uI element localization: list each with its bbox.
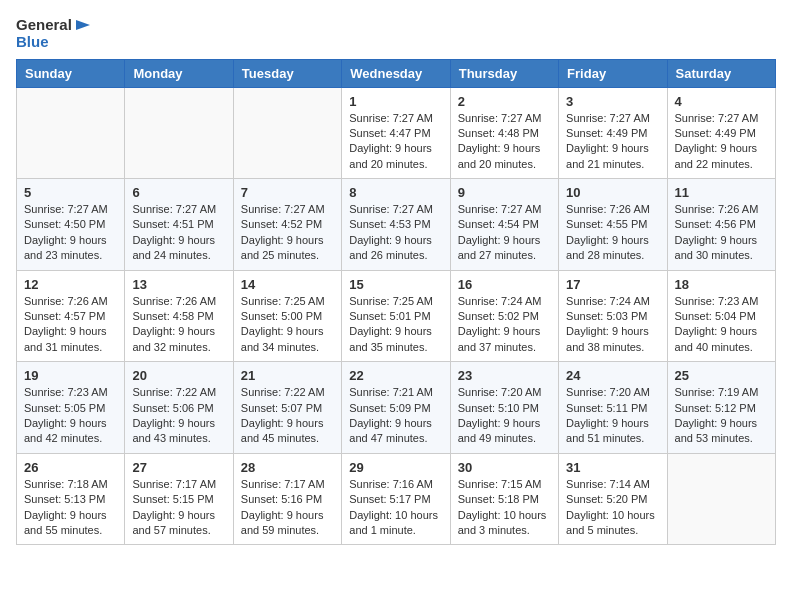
day-info: Sunrise: 7:23 AM Sunset: 5:04 PM Dayligh… (675, 294, 768, 356)
calendar-cell: 11Sunrise: 7:26 AM Sunset: 4:56 PM Dayli… (667, 179, 775, 271)
day-number: 8 (349, 185, 442, 200)
calendar-cell (17, 87, 125, 179)
calendar-cell: 3Sunrise: 7:27 AM Sunset: 4:49 PM Daylig… (559, 87, 667, 179)
day-info: Sunrise: 7:27 AM Sunset: 4:47 PM Dayligh… (349, 111, 442, 173)
page-header: General Blue (16, 16, 776, 51)
calendar-cell: 15Sunrise: 7:25 AM Sunset: 5:01 PM Dayli… (342, 270, 450, 362)
day-info: Sunrise: 7:27 AM Sunset: 4:51 PM Dayligh… (132, 202, 225, 264)
day-number: 19 (24, 368, 117, 383)
logo-arrow-icon (74, 16, 92, 34)
day-number: 29 (349, 460, 442, 475)
logo: General Blue (16, 16, 92, 51)
day-number: 20 (132, 368, 225, 383)
day-info: Sunrise: 7:14 AM Sunset: 5:20 PM Dayligh… (566, 477, 659, 539)
day-number: 16 (458, 277, 551, 292)
day-number: 27 (132, 460, 225, 475)
day-info: Sunrise: 7:22 AM Sunset: 5:06 PM Dayligh… (132, 385, 225, 447)
svg-marker-0 (76, 20, 90, 30)
day-number: 2 (458, 94, 551, 109)
day-number: 5 (24, 185, 117, 200)
day-info: Sunrise: 7:26 AM Sunset: 4:58 PM Dayligh… (132, 294, 225, 356)
day-number: 24 (566, 368, 659, 383)
day-number: 26 (24, 460, 117, 475)
day-info: Sunrise: 7:27 AM Sunset: 4:53 PM Dayligh… (349, 202, 442, 264)
day-info: Sunrise: 7:26 AM Sunset: 4:57 PM Dayligh… (24, 294, 117, 356)
day-number: 15 (349, 277, 442, 292)
day-info: Sunrise: 7:26 AM Sunset: 4:56 PM Dayligh… (675, 202, 768, 264)
day-number: 31 (566, 460, 659, 475)
day-number: 25 (675, 368, 768, 383)
day-info: Sunrise: 7:27 AM Sunset: 4:49 PM Dayligh… (675, 111, 768, 173)
day-number: 1 (349, 94, 442, 109)
day-number: 28 (241, 460, 334, 475)
day-info: Sunrise: 7:27 AM Sunset: 4:52 PM Dayligh… (241, 202, 334, 264)
calendar-cell: 25Sunrise: 7:19 AM Sunset: 5:12 PM Dayli… (667, 362, 775, 454)
day-number: 7 (241, 185, 334, 200)
week-row-1: 1Sunrise: 7:27 AM Sunset: 4:47 PM Daylig… (17, 87, 776, 179)
weekday-header-saturday: Saturday (667, 59, 775, 87)
calendar-cell: 28Sunrise: 7:17 AM Sunset: 5:16 PM Dayli… (233, 453, 341, 545)
calendar-cell: 6Sunrise: 7:27 AM Sunset: 4:51 PM Daylig… (125, 179, 233, 271)
day-number: 3 (566, 94, 659, 109)
calendar-cell: 31Sunrise: 7:14 AM Sunset: 5:20 PM Dayli… (559, 453, 667, 545)
weekday-header-monday: Monday (125, 59, 233, 87)
calendar-cell (667, 453, 775, 545)
calendar-cell: 14Sunrise: 7:25 AM Sunset: 5:00 PM Dayli… (233, 270, 341, 362)
day-number: 18 (675, 277, 768, 292)
day-number: 4 (675, 94, 768, 109)
calendar-cell: 17Sunrise: 7:24 AM Sunset: 5:03 PM Dayli… (559, 270, 667, 362)
calendar-cell: 19Sunrise: 7:23 AM Sunset: 5:05 PM Dayli… (17, 362, 125, 454)
weekday-header-thursday: Thursday (450, 59, 558, 87)
weekday-header-sunday: Sunday (17, 59, 125, 87)
calendar-cell: 30Sunrise: 7:15 AM Sunset: 5:18 PM Dayli… (450, 453, 558, 545)
weekday-header-friday: Friday (559, 59, 667, 87)
calendar-cell: 20Sunrise: 7:22 AM Sunset: 5:06 PM Dayli… (125, 362, 233, 454)
week-row-5: 26Sunrise: 7:18 AM Sunset: 5:13 PM Dayli… (17, 453, 776, 545)
day-info: Sunrise: 7:25 AM Sunset: 5:01 PM Dayligh… (349, 294, 442, 356)
calendar-cell: 7Sunrise: 7:27 AM Sunset: 4:52 PM Daylig… (233, 179, 341, 271)
calendar-cell (125, 87, 233, 179)
day-info: Sunrise: 7:27 AM Sunset: 4:54 PM Dayligh… (458, 202, 551, 264)
calendar-cell: 13Sunrise: 7:26 AM Sunset: 4:58 PM Dayli… (125, 270, 233, 362)
week-row-3: 12Sunrise: 7:26 AM Sunset: 4:57 PM Dayli… (17, 270, 776, 362)
day-info: Sunrise: 7:27 AM Sunset: 4:49 PM Dayligh… (566, 111, 659, 173)
day-info: Sunrise: 7:24 AM Sunset: 5:02 PM Dayligh… (458, 294, 551, 356)
weekday-header-wednesday: Wednesday (342, 59, 450, 87)
day-number: 17 (566, 277, 659, 292)
day-number: 30 (458, 460, 551, 475)
calendar-cell: 2Sunrise: 7:27 AM Sunset: 4:48 PM Daylig… (450, 87, 558, 179)
calendar-table: SundayMondayTuesdayWednesdayThursdayFrid… (16, 59, 776, 546)
day-number: 12 (24, 277, 117, 292)
day-number: 14 (241, 277, 334, 292)
calendar-cell: 29Sunrise: 7:16 AM Sunset: 5:17 PM Dayli… (342, 453, 450, 545)
logo-general-text: General (16, 17, 72, 34)
day-info: Sunrise: 7:23 AM Sunset: 5:05 PM Dayligh… (24, 385, 117, 447)
day-info: Sunrise: 7:17 AM Sunset: 5:15 PM Dayligh… (132, 477, 225, 539)
calendar-cell: 9Sunrise: 7:27 AM Sunset: 4:54 PM Daylig… (450, 179, 558, 271)
day-number: 10 (566, 185, 659, 200)
day-number: 22 (349, 368, 442, 383)
day-number: 9 (458, 185, 551, 200)
logo-svg: General Blue (16, 16, 92, 51)
day-info: Sunrise: 7:20 AM Sunset: 5:10 PM Dayligh… (458, 385, 551, 447)
day-number: 11 (675, 185, 768, 200)
calendar-cell: 5Sunrise: 7:27 AM Sunset: 4:50 PM Daylig… (17, 179, 125, 271)
week-row-2: 5Sunrise: 7:27 AM Sunset: 4:50 PM Daylig… (17, 179, 776, 271)
calendar-cell: 23Sunrise: 7:20 AM Sunset: 5:10 PM Dayli… (450, 362, 558, 454)
day-info: Sunrise: 7:21 AM Sunset: 5:09 PM Dayligh… (349, 385, 442, 447)
calendar-cell (233, 87, 341, 179)
day-info: Sunrise: 7:26 AM Sunset: 4:55 PM Dayligh… (566, 202, 659, 264)
day-number: 13 (132, 277, 225, 292)
day-number: 21 (241, 368, 334, 383)
calendar-cell: 1Sunrise: 7:27 AM Sunset: 4:47 PM Daylig… (342, 87, 450, 179)
day-info: Sunrise: 7:25 AM Sunset: 5:00 PM Dayligh… (241, 294, 334, 356)
weekday-header-row: SundayMondayTuesdayWednesdayThursdayFrid… (17, 59, 776, 87)
week-row-4: 19Sunrise: 7:23 AM Sunset: 5:05 PM Dayli… (17, 362, 776, 454)
calendar-cell: 8Sunrise: 7:27 AM Sunset: 4:53 PM Daylig… (342, 179, 450, 271)
calendar-cell: 18Sunrise: 7:23 AM Sunset: 5:04 PM Dayli… (667, 270, 775, 362)
calendar-cell: 4Sunrise: 7:27 AM Sunset: 4:49 PM Daylig… (667, 87, 775, 179)
day-info: Sunrise: 7:27 AM Sunset: 4:48 PM Dayligh… (458, 111, 551, 173)
calendar-cell: 12Sunrise: 7:26 AM Sunset: 4:57 PM Dayli… (17, 270, 125, 362)
calendar-cell: 27Sunrise: 7:17 AM Sunset: 5:15 PM Dayli… (125, 453, 233, 545)
day-info: Sunrise: 7:18 AM Sunset: 5:13 PM Dayligh… (24, 477, 117, 539)
